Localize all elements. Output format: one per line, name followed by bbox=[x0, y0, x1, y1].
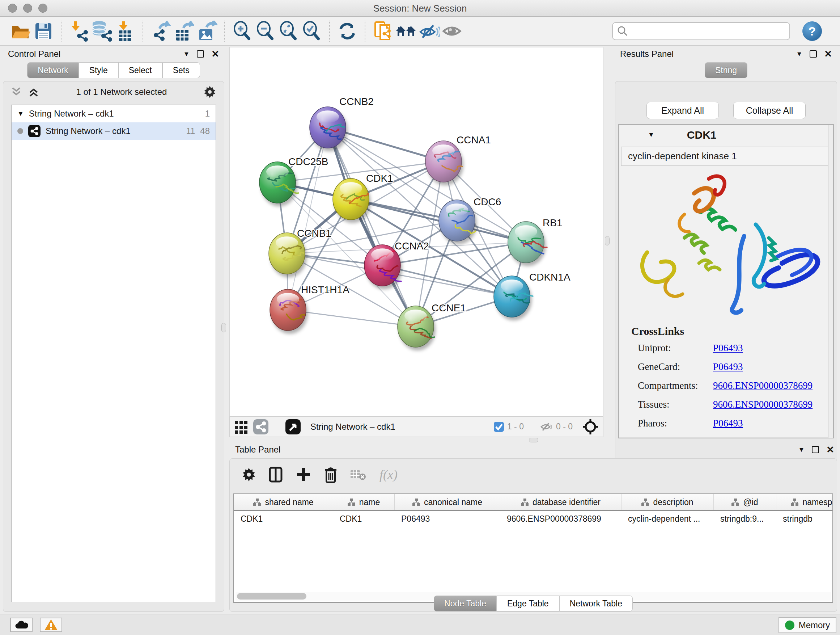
table-row[interactable]: CDK1CDK1P064939606.ENSP00000378699cyclin… bbox=[234, 511, 832, 527]
tab-sets[interactable]: Sets bbox=[163, 62, 200, 78]
refresh-button[interactable] bbox=[336, 19, 359, 43]
results-scrollbar[interactable] bbox=[828, 125, 833, 438]
control-panel-menu-icon[interactable]: ▼ bbox=[183, 50, 189, 58]
graph-node-CDKN1A[interactable]: CDKN1A bbox=[494, 272, 570, 320]
table-panel-menu-icon[interactable]: ▼ bbox=[798, 446, 805, 454]
table-panel-close-icon[interactable]: ✕ bbox=[826, 446, 834, 453]
clone-network-button[interactable] bbox=[371, 19, 394, 43]
column-header-database-identifier[interactable]: database identifier bbox=[500, 494, 622, 510]
show-glass-button[interactable] bbox=[441, 19, 464, 43]
table-options-gear-icon[interactable] bbox=[242, 467, 256, 482]
tab-node-table[interactable]: Node Table bbox=[434, 595, 497, 611]
graph-node-RB1[interactable]: RB1 bbox=[508, 217, 562, 266]
table-cell[interactable]: CDK1 bbox=[333, 511, 395, 527]
right-splitter-handle[interactable] bbox=[605, 236, 609, 245]
string-network-graph[interactable]: CCNB2CCNA1CDC25BCDK1CDC6RB1CCNB1CCNA2CDK… bbox=[230, 48, 603, 416]
tab-network-table[interactable]: Network Table bbox=[559, 595, 633, 611]
crosslink-link[interactable]: P06493 bbox=[713, 342, 743, 354]
hide-glass-button[interactable] bbox=[417, 19, 441, 43]
tab-string[interactable]: String bbox=[705, 62, 747, 78]
network-view-canvas[interactable]: CCNB2CCNA1CDC25BCDK1CDC6RB1CCNB1CCNA2CDK… bbox=[229, 47, 603, 416]
column-header-shared-name[interactable]: shared name bbox=[234, 494, 333, 510]
crosslink-link[interactable]: 9606.ENSP00000378699 bbox=[713, 380, 813, 391]
collection-collapse-icon[interactable]: ▼ bbox=[17, 110, 24, 118]
network-collection-row[interactable]: ▼ String Network – cdk1 1 bbox=[11, 105, 216, 122]
left-splitter-handle[interactable] bbox=[221, 323, 226, 333]
results-panel-menu-icon[interactable]: ▼ bbox=[796, 50, 802, 58]
help-button[interactable]: ? bbox=[802, 21, 822, 41]
birds-eye-view-icon[interactable] bbox=[285, 419, 301, 435]
graph-node-CCNE1[interactable]: CCNE1 bbox=[398, 302, 466, 350]
search-input[interactable] bbox=[631, 26, 783, 36]
control-panel-float-icon[interactable] bbox=[197, 50, 204, 57]
results-panel-close-icon[interactable]: ✕ bbox=[824, 50, 832, 57]
crosslink-link[interactable]: P06493 bbox=[713, 418, 743, 429]
search-icon bbox=[617, 26, 628, 36]
graph-node-CCNB1[interactable]: CCNB1 bbox=[269, 228, 332, 277]
edge-CCNB2-CCNE1[interactable] bbox=[328, 127, 416, 326]
show-columns-icon[interactable] bbox=[269, 467, 283, 483]
open-session-button[interactable] bbox=[9, 19, 32, 43]
results-panel-float-icon[interactable] bbox=[810, 50, 817, 57]
graph-node-CCNA2[interactable]: CCNA2 bbox=[364, 241, 429, 289]
export-image-button[interactable] bbox=[195, 19, 218, 43]
import-network-file-button[interactable] bbox=[67, 19, 90, 43]
create-column-icon[interactable] bbox=[296, 467, 311, 483]
selected-checkbox-icon[interactable] bbox=[493, 421, 504, 432]
column-header-@id[interactable]: @id bbox=[714, 494, 776, 510]
zoom-fit-content-button[interactable] bbox=[277, 19, 300, 43]
network-row[interactable]: String Network – cdk1 11 48 bbox=[11, 122, 216, 140]
warnings-button[interactable] bbox=[40, 618, 62, 632]
zoom-in-button[interactable] bbox=[231, 19, 254, 43]
graph-node-CDC6[interactable]: CDC6 bbox=[439, 196, 501, 244]
zoom-out-button[interactable] bbox=[254, 19, 277, 43]
collapse-all-icon[interactable] bbox=[11, 87, 23, 97]
import-table-file-button[interactable] bbox=[114, 19, 137, 43]
graph-node-CCNA1[interactable]: CCNA1 bbox=[425, 134, 491, 185]
column-header-namespac[interactable]: namespac bbox=[776, 494, 833, 510]
tab-select[interactable]: Select bbox=[118, 62, 163, 78]
memory-button[interactable]: Memory bbox=[778, 617, 836, 633]
network-options-gear-icon[interactable] bbox=[203, 85, 217, 99]
export-network-file-button[interactable] bbox=[149, 19, 172, 43]
search-field[interactable] bbox=[612, 22, 790, 40]
save-session-button[interactable] bbox=[32, 19, 55, 43]
crosslink-link[interactable]: P06493 bbox=[713, 361, 743, 372]
tab-style[interactable]: Style bbox=[79, 62, 118, 78]
grid-mode-icon[interactable] bbox=[234, 420, 248, 434]
expand-all-icon[interactable] bbox=[28, 87, 40, 97]
zoom-selected-button[interactable] bbox=[300, 19, 324, 43]
cloud-status-button[interactable] bbox=[10, 618, 33, 632]
network-view-mode-icon[interactable] bbox=[253, 419, 269, 435]
export-table-file-button[interactable] bbox=[172, 19, 195, 43]
table-cell[interactable]: cyclin-dependent ... bbox=[622, 511, 714, 527]
column-header-name[interactable]: name bbox=[333, 494, 395, 510]
fit-selection-crosshair-icon[interactable] bbox=[582, 418, 599, 435]
graph-node-CDK1[interactable]: CDK1 bbox=[333, 173, 393, 223]
tab-edge-table[interactable]: Edge Table bbox=[497, 595, 559, 611]
gene-collapse-icon[interactable]: ▼ bbox=[648, 131, 654, 139]
table-cell[interactable]: 9606.ENSP00000378699 bbox=[500, 511, 622, 527]
collapse-all-button[interactable]: Collapse All bbox=[733, 102, 806, 119]
column-header-description[interactable]: description bbox=[622, 494, 714, 510]
edge-CCNB2-HIST1H1A[interactable] bbox=[288, 127, 328, 310]
bottom-splitter-handle[interactable] bbox=[529, 438, 538, 442]
delete-column-icon[interactable] bbox=[324, 466, 338, 483]
crosslink-link[interactable]: 9606.ENSP00000378699 bbox=[713, 399, 813, 410]
table-panel-float-icon[interactable] bbox=[812, 446, 819, 453]
clone-network-icon bbox=[372, 21, 393, 42]
table-cell[interactable]: CDK1 bbox=[234, 511, 333, 527]
hidden-eye-icon[interactable] bbox=[540, 421, 553, 432]
control-panel-close-icon[interactable]: ✕ bbox=[211, 50, 219, 57]
graph-node-HIST1H1A[interactable]: HIST1H1A bbox=[270, 284, 349, 334]
column-header-canonical-name[interactable]: canonical name bbox=[395, 494, 500, 510]
graph-node-CDC25B[interactable]: CDC25B bbox=[259, 156, 328, 206]
graph-node-CCNB2[interactable]: CCNB2 bbox=[309, 96, 374, 151]
import-network-database-button[interactable] bbox=[90, 19, 114, 43]
tab-network[interactable]: Network bbox=[27, 62, 79, 78]
expand-all-button[interactable]: Expand All bbox=[646, 102, 719, 119]
table-cell[interactable]: stringdb:9... bbox=[714, 511, 776, 527]
string-home-button[interactable] bbox=[394, 19, 417, 43]
table-cell[interactable]: P06493 bbox=[395, 511, 500, 527]
table-cell[interactable]: stringdb bbox=[776, 511, 833, 527]
